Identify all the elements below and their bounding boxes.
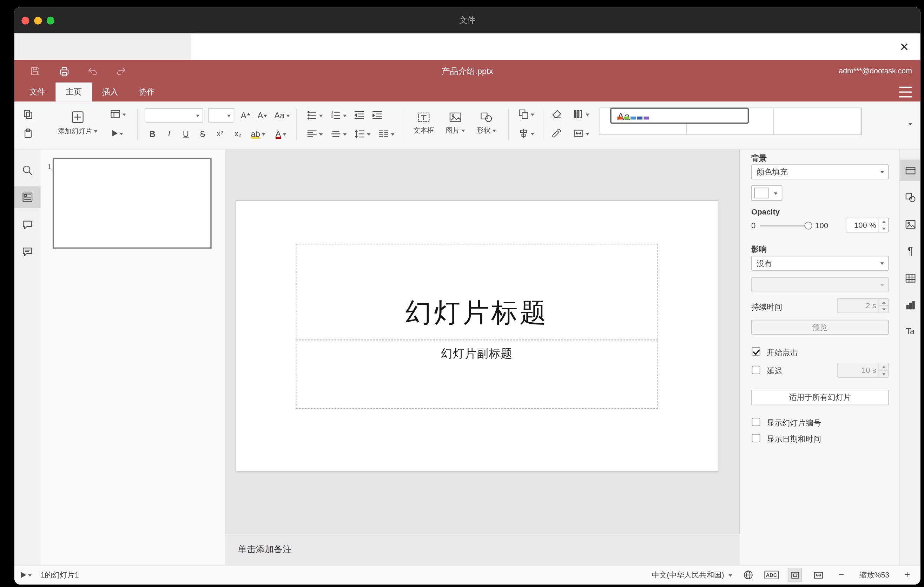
subscript-button[interactable]: x₂ bbox=[229, 126, 246, 142]
align-shape-button[interactable] bbox=[514, 126, 538, 141]
insert-image-button[interactable]: 图片 bbox=[441, 104, 470, 142]
start-on-click-checkbox[interactable] bbox=[752, 347, 761, 356]
slides-panel-button[interactable] bbox=[15, 186, 41, 208]
fit-width-button[interactable] bbox=[811, 568, 825, 582]
fill-color-picker[interactable] bbox=[751, 185, 782, 201]
increase-font-button[interactable]: A bbox=[238, 107, 254, 123]
delay-checkbox[interactable] bbox=[752, 366, 761, 374]
copy-style-button[interactable] bbox=[549, 126, 564, 141]
slide-settings-button[interactable] bbox=[900, 160, 921, 181]
tab-collaboration[interactable]: 协作 bbox=[129, 82, 165, 101]
font-color-button[interactable]: A bbox=[270, 126, 291, 142]
language-selector[interactable]: 中文(中华人民共和国) bbox=[652, 568, 732, 582]
paragraph-settings-button[interactable]: ¶ bbox=[900, 240, 921, 262]
numbering-button[interactable] bbox=[328, 107, 349, 123]
bullets-button[interactable] bbox=[304, 107, 325, 123]
columns-icon bbox=[378, 129, 389, 139]
underline-button[interactable]: U bbox=[178, 126, 193, 142]
effect-label: 影响 bbox=[751, 244, 767, 255]
clear-style-button[interactable] bbox=[549, 106, 564, 122]
menu-icon[interactable] bbox=[899, 87, 912, 97]
show-datetime-label: 显示日期和时间 bbox=[767, 434, 821, 445]
subtitle-placeholder[interactable]: 幻灯片副标题 bbox=[296, 341, 658, 409]
spellcheck-button[interactable]: ABC bbox=[764, 568, 779, 582]
theme-option-selected[interactable]: Aa bbox=[611, 108, 749, 123]
decrease-font-button[interactable]: A bbox=[254, 107, 270, 123]
print-button[interactable] bbox=[55, 63, 73, 80]
add-slide-button[interactable]: 添加幻灯片 bbox=[51, 104, 104, 142]
ribbon-tabs: 文件 主页 插入 协作 bbox=[19, 82, 165, 101]
slide-size-button[interactable] bbox=[569, 126, 593, 141]
strikethrough-button[interactable]: S bbox=[195, 126, 210, 142]
start-slideshow-button[interactable] bbox=[106, 126, 129, 141]
show-slide-number-checkbox[interactable] bbox=[752, 418, 761, 426]
opacity-stepper[interactable] bbox=[879, 218, 888, 232]
search-button[interactable] bbox=[15, 160, 41, 181]
font-name-input[interactable] bbox=[145, 108, 203, 122]
title-placeholder[interactable]: 幻灯片标题 bbox=[296, 244, 658, 340]
theme-option-3[interactable] bbox=[774, 108, 861, 134]
slide-layout-icon bbox=[109, 109, 120, 120]
vertical-align-button[interactable] bbox=[328, 126, 349, 142]
insert-shape-button[interactable]: 形状 bbox=[472, 104, 501, 142]
char-format-row: B I U S x² x₂ ab A bbox=[145, 126, 292, 142]
font-color-icon: A bbox=[276, 129, 281, 139]
show-datetime-checkbox[interactable] bbox=[752, 434, 761, 442]
redo-button[interactable] bbox=[112, 63, 130, 80]
bullets-icon bbox=[306, 110, 317, 121]
line-spacing-button[interactable] bbox=[351, 126, 373, 142]
redo-icon bbox=[116, 66, 127, 76]
slide-canvas[interactable]: 幻灯片标题 幻灯片副标题 bbox=[236, 200, 719, 472]
bold-button[interactable]: B bbox=[145, 126, 160, 142]
change-case-button[interactable]: Aa bbox=[271, 107, 293, 123]
start-slideshow-status-button[interactable] bbox=[19, 568, 33, 582]
decrease-indent-button[interactable] bbox=[351, 107, 367, 123]
chat-button[interactable] bbox=[15, 241, 41, 262]
textart-settings-button[interactable]: Ta bbox=[900, 320, 921, 341]
arrange-shape-button[interactable] bbox=[514, 106, 538, 122]
opacity-input[interactable]: 100 % bbox=[846, 218, 889, 233]
insert-textbox-button[interactable]: 文本框 bbox=[409, 104, 439, 142]
undo-button[interactable] bbox=[84, 63, 101, 80]
opacity-slider-knob[interactable] bbox=[804, 222, 812, 229]
image-icon bbox=[449, 111, 462, 123]
image-settings-button[interactable] bbox=[900, 213, 921, 235]
save-button[interactable] bbox=[26, 63, 44, 80]
theme-gallery-expand-button[interactable] bbox=[903, 116, 918, 131]
table-settings-button[interactable] bbox=[900, 267, 921, 289]
slide-thumbnail-1[interactable] bbox=[53, 158, 212, 249]
document-language-button[interactable] bbox=[741, 568, 755, 582]
editor-canvas: 幻灯片标题 幻灯片副标题 bbox=[225, 150, 739, 534]
slide-subtitle-text: 幻灯片副标题 bbox=[441, 346, 513, 362]
horizontal-align-button[interactable] bbox=[304, 126, 325, 142]
effect-select[interactable]: 没有 bbox=[751, 256, 889, 271]
highlight-color-button[interactable]: ab bbox=[248, 126, 269, 142]
superscript-button[interactable]: x² bbox=[212, 126, 229, 142]
shape-settings-icon bbox=[905, 192, 916, 203]
comments-button[interactable] bbox=[15, 214, 41, 235]
shape-settings-button[interactable] bbox=[900, 186, 921, 208]
slide-layout-button[interactable] bbox=[106, 106, 129, 122]
slide-settings-icon bbox=[905, 165, 916, 176]
background-fill-select[interactable]: 颜色填充 bbox=[751, 164, 889, 180]
play-icon bbox=[21, 572, 26, 578]
fit-slide-button[interactable] bbox=[788, 568, 802, 582]
font-size-input[interactable] bbox=[208, 108, 234, 122]
chart-settings-button[interactable] bbox=[900, 294, 921, 316]
paste-button[interactable] bbox=[20, 126, 36, 141]
numbering-icon bbox=[330, 110, 341, 121]
tab-insert[interactable]: 插入 bbox=[92, 82, 129, 101]
columns-button[interactable] bbox=[375, 126, 397, 142]
increase-indent-button[interactable] bbox=[369, 107, 385, 123]
zoom-out-button[interactable]: − bbox=[835, 568, 849, 582]
opacity-slider-track[interactable] bbox=[760, 225, 809, 226]
notes-area[interactable]: 单击添加备注 bbox=[225, 534, 739, 565]
zoom-in-button[interactable]: + bbox=[900, 568, 914, 582]
tab-home[interactable]: 主页 bbox=[56, 82, 92, 101]
copy-button[interactable] bbox=[20, 106, 36, 122]
color-scheme-button[interactable] bbox=[569, 106, 593, 122]
italic-button[interactable]: I bbox=[162, 126, 177, 142]
close-icon[interactable]: ✕ bbox=[895, 38, 913, 56]
tab-file[interactable]: 文件 bbox=[19, 82, 56, 101]
apply-to-all-button[interactable]: 适用于所有幻灯片 bbox=[751, 390, 889, 405]
